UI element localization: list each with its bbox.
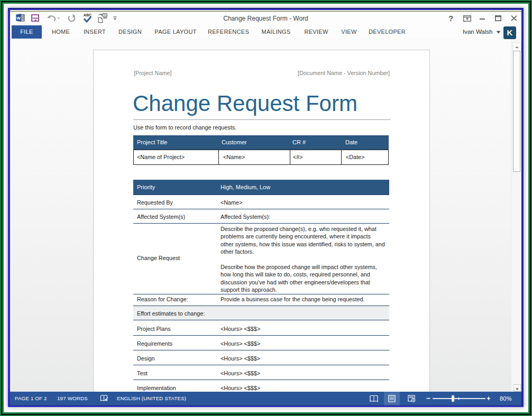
svg-text:W: W bbox=[16, 16, 21, 21]
